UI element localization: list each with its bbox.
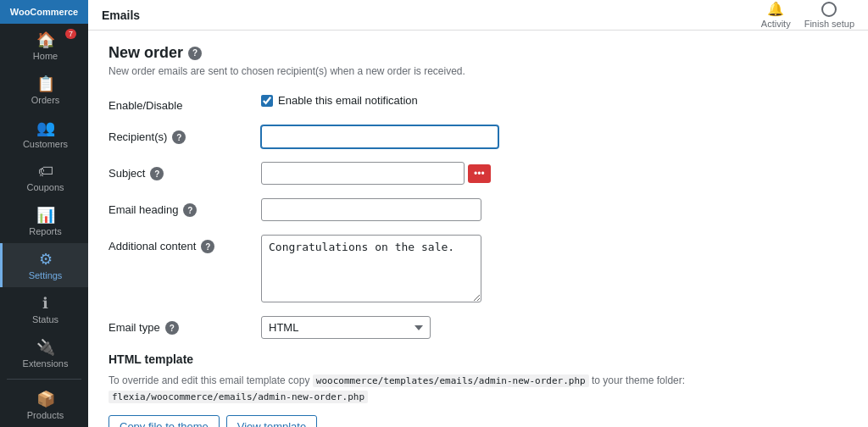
customers-icon: 👥: [36, 119, 55, 137]
template-note-middle: to your theme folder:: [592, 374, 685, 386]
sidebar-item-coupons[interactable]: 🏷 Coupons: [0, 156, 88, 199]
sidebar: WooCommerce 🏠 Home 7 📋 Orders 👥 Customer…: [0, 0, 88, 427]
finish-setup-label: Finish setup: [804, 19, 854, 29]
recipients-help-icon[interactable]: ?: [172, 130, 186, 144]
recipients-input[interactable]: [261, 125, 498, 148]
additional-content-help-icon[interactable]: ?: [201, 240, 214, 253]
email-heading-input[interactable]: New Order: #{order_number}: [261, 198, 481, 221]
sidebar-divider-1: [7, 379, 81, 380]
orders-icon: 📋: [36, 75, 55, 93]
subject-row: Subject ? {site_title}: New order #{orde…: [108, 162, 848, 185]
template-note-prefix: To override and edit this email template…: [108, 374, 313, 386]
subject-label: Subject ?: [108, 162, 261, 180]
subject-label-text: Subject: [108, 167, 145, 180]
enable-disable-field: Enable this email notification: [261, 94, 848, 107]
sidebar-item-orders[interactable]: 📋 Orders: [0, 68, 88, 112]
sidebar-item-label: Extensions: [23, 358, 69, 369]
additional-content-field: Congratulations on the sale.: [261, 235, 848, 302]
extensions-icon: 🔌: [36, 338, 55, 357]
sidebar-item-label: Settings: [29, 270, 63, 280]
activity-icon: 🔔: [767, 1, 784, 17]
sidebar-item-label: Home: [33, 51, 58, 61]
enable-disable-label: Enable/Disable: [108, 94, 261, 112]
sidebar-item-home[interactable]: 🏠 Home 7: [0, 24, 88, 68]
page-description: New order emails are sent to chosen reci…: [108, 65, 848, 77]
products-icon: 📦: [36, 390, 55, 408]
email-type-field: HTML Plain text Multipart: [261, 316, 848, 339]
email-type-select[interactable]: HTML Plain text Multipart: [261, 316, 431, 339]
additional-content-row: Additional content ? Congratulations on …: [108, 235, 848, 302]
enable-checkbox[interactable]: [261, 95, 273, 107]
sidebar-item-label: Reports: [29, 226, 62, 236]
sidebar-item-status[interactable]: ℹ Status: [0, 287, 88, 331]
recipients-row: Recipient(s) ?: [108, 125, 848, 148]
recipients-label-text: Recipient(s): [108, 130, 167, 143]
page-heading: New order ?: [108, 44, 848, 62]
enable-disable-label-text: Enable/Disable: [108, 99, 182, 112]
sidebar-item-label: Coupons: [26, 182, 64, 192]
home-icon: 🏠: [36, 30, 55, 49]
template-path: woocommerce/templates/emails/admin-new-o…: [313, 374, 589, 387]
topbar-title: Emails: [102, 8, 140, 22]
reports-icon: 📊: [36, 206, 55, 225]
enable-checkbox-label[interactable]: Enable this email notification: [261, 94, 418, 107]
sidebar-item-settings[interactable]: ⚙ Settings: [0, 243, 88, 287]
sidebar-item-label: Customers: [23, 139, 68, 149]
copy-file-button[interactable]: Copy file to theme: [108, 415, 220, 427]
subject-field: {site_title}: New order #{order_number} …: [261, 162, 848, 185]
sidebar-item-products[interactable]: 📦 Products: [0, 383, 88, 427]
subject-input[interactable]: {site_title}: New order #{order_number}: [261, 162, 465, 185]
sidebar-logo[interactable]: WooCommerce: [0, 0, 88, 24]
additional-content-textarea[interactable]: Congratulations on the sale.: [261, 235, 481, 302]
additional-content-label: Additional content ?: [108, 235, 261, 253]
email-heading-label: Email heading ?: [108, 198, 261, 217]
email-heading-field: New Order: #{order_number}: [261, 198, 848, 221]
sidebar-item-label: Products: [27, 410, 64, 420]
sidebar-item-label: Status: [32, 314, 58, 324]
sidebar-item-label: Orders: [31, 95, 60, 105]
template-note: To override and edit this email template…: [108, 373, 848, 405]
subject-options-button[interactable]: •••: [468, 164, 491, 183]
email-type-row: Email type ? HTML Plain text Multipart: [108, 316, 848, 339]
home-badge: 7: [65, 29, 76, 39]
additional-content-label-text: Additional content: [108, 240, 196, 252]
main-area: Emails 🔔 Activity Finish setup New order…: [88, 0, 868, 427]
sidebar-logo-text: WooCommerce: [10, 7, 78, 17]
subject-help-icon[interactable]: ?: [150, 167, 164, 180]
email-heading-row: Email heading ? New Order: #{order_numbe…: [108, 198, 848, 221]
activity-label: Activity: [761, 19, 791, 29]
coupons-icon: 🏷: [38, 163, 53, 180]
finish-circle-icon: [821, 2, 837, 17]
template-actions: Copy file to theme View template: [108, 415, 848, 427]
activity-button[interactable]: 🔔 Activity: [761, 1, 791, 29]
html-template-heading: HTML template: [108, 352, 848, 366]
sidebar-item-customers[interactable]: 👥 Customers: [0, 112, 88, 156]
sidebar-item-extensions[interactable]: 🔌 Extensions: [0, 331, 88, 375]
enable-checkbox-text: Enable this email notification: [278, 94, 418, 107]
email-heading-label-text: Email heading: [108, 203, 178, 216]
status-icon: ℹ: [42, 294, 48, 313]
email-type-label: Email type ?: [108, 316, 261, 335]
view-template-button[interactable]: View template: [226, 415, 317, 427]
theme-path: flexia/woocommerce/emails/admin-new-orde…: [108, 391, 368, 403]
email-heading-help-icon[interactable]: ?: [183, 203, 197, 217]
email-type-label-text: Email type: [108, 321, 160, 334]
heading-help-icon[interactable]: ?: [188, 47, 202, 60]
recipients-label: Recipient(s) ?: [108, 125, 261, 144]
settings-icon: ⚙: [39, 250, 53, 269]
topbar: Emails 🔔 Activity Finish setup: [88, 0, 868, 30]
enable-disable-row: Enable/Disable Enable this email notific…: [108, 94, 848, 112]
email-type-help-icon[interactable]: ?: [165, 321, 179, 335]
recipients-field: [261, 125, 848, 148]
finish-setup-button[interactable]: Finish setup: [804, 2, 854, 29]
content-area: New order ? New order emails are sent to…: [88, 30, 868, 427]
sidebar-item-reports[interactable]: 📊 Reports: [0, 199, 88, 243]
page-heading-text: New order: [108, 44, 183, 62]
topbar-right: 🔔 Activity Finish setup: [761, 1, 854, 29]
